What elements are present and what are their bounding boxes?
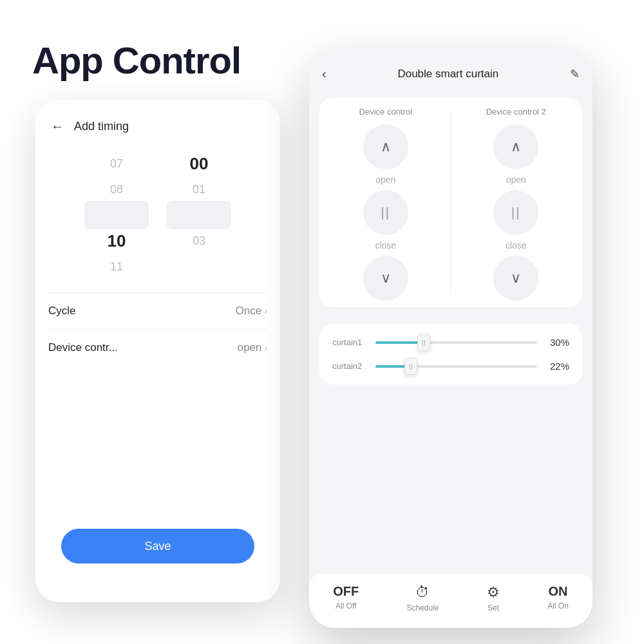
minute-00-selected[interactable]: 00 <box>160 151 238 176</box>
device1-close-button[interactable]: ∨ <box>363 256 408 301</box>
right-back-button[interactable]: ‹ <box>322 66 327 81</box>
hour-09[interactable]: 09 <box>78 202 155 228</box>
curtain2-thumb[interactable]: || <box>404 358 417 375</box>
device1-open-label: open <box>375 175 395 185</box>
device2-pause-button[interactable]: || <box>493 190 538 235</box>
up-arrow-icon-2: ∧ <box>511 138 521 155</box>
left-phone-header: ← Add timing <box>35 100 280 144</box>
device-control-2-label: Device control 2 <box>486 104 546 119</box>
hour-column[interactable]: 07 08 09 10 11 12 13 <box>78 151 155 279</box>
cycle-label: Cycle <box>48 305 76 317</box>
curtain2-track[interactable]: || <box>375 365 537 368</box>
control-divider <box>451 111 451 294</box>
device-control-row[interactable]: Device contr... open › <box>48 329 267 366</box>
settings-section: Cycle Once › Device contr... open › <box>35 292 280 366</box>
cycle-value: Once › <box>236 305 267 317</box>
device-control-value: open › <box>238 341 268 354</box>
curtain1-thumb[interactable]: || <box>417 334 430 351</box>
left-back-button[interactable]: ← <box>51 119 64 134</box>
all-off-button[interactable]: OFF All Off <box>333 584 359 612</box>
device1-open-button[interactable]: ∧ <box>363 124 408 169</box>
device1-close-label: close <box>375 240 396 251</box>
left-phone: ← Add timing 07 08 09 10 11 12 13 00 01 … <box>35 100 280 602</box>
hour-08[interactable]: 08 <box>78 176 155 202</box>
device2-close-button[interactable]: ∨ <box>493 256 538 301</box>
right-phone-title: Double smart curtain <box>397 68 498 80</box>
curtain2-slider-row: curtain2 || 22% <box>332 361 569 372</box>
set-label: Set <box>488 603 499 612</box>
pause-icon-2: || <box>511 205 520 220</box>
curtain1-slider-row: curtain1 || 30% <box>332 337 569 348</box>
device-control-2: Device control 2 ∧ open || close ∨ <box>457 104 576 301</box>
curtain2-label: curtain2 <box>332 361 368 371</box>
device2-open-label: open <box>506 175 526 185</box>
cycle-row[interactable]: Cycle Once › <box>48 292 267 329</box>
curtain1-value: 30% <box>545 337 569 348</box>
schedule-button[interactable]: ⏱ Schedule <box>406 584 439 612</box>
curtain1-fill <box>375 341 424 344</box>
time-picker: 07 08 09 10 11 12 13 00 01 02 03 <box>35 144 280 292</box>
left-phone-title: Add timing <box>74 120 129 133</box>
hour-07[interactable]: 07 <box>78 151 155 176</box>
device-control-label: Device contr... <box>48 341 118 354</box>
minute-02[interactable]: 02 <box>160 202 238 228</box>
device-controls-panel: Device control ∧ open || close ∨ Device … <box>319 98 582 307</box>
right-phone: ‹ Double smart curtain ✎ Device control … <box>309 48 592 628</box>
bottom-bar: OFF All Off ⏱ Schedule ⚙ Set ON All On <box>309 574 592 628</box>
minute-column[interactable]: 00 01 02 03 <box>160 151 238 279</box>
hour-10-selected[interactable]: 10 <box>78 228 155 254</box>
device2-open-button[interactable]: ∧ <box>493 124 538 169</box>
down-arrow-icon: ∨ <box>381 270 391 287</box>
minute-03[interactable]: 03 <box>160 228 238 254</box>
curtain2-value: 22% <box>545 361 569 372</box>
all-on-icon: ON <box>548 584 567 599</box>
device-control-1: Device control ∧ open || close ∨ <box>326 104 446 301</box>
pause-icon: || <box>381 205 390 220</box>
chevron-right-icon-2: › <box>264 343 267 353</box>
edit-button[interactable]: ✎ <box>570 67 580 81</box>
all-on-button[interactable]: ON All On <box>547 584 569 612</box>
device2-close-label: close <box>506 240 527 251</box>
all-off-label: All Off <box>336 601 356 611</box>
curtain1-track[interactable]: || <box>375 341 537 344</box>
schedule-icon: ⏱ <box>415 584 430 601</box>
save-button[interactable]: Save <box>61 529 254 564</box>
down-arrow-icon-2: ∨ <box>511 270 521 287</box>
hour-11[interactable]: 11 <box>78 254 155 279</box>
all-on-label: All On <box>547 601 569 611</box>
up-arrow-icon: ∧ <box>381 138 391 155</box>
set-button[interactable]: ⚙ Set <box>487 584 500 612</box>
schedule-label: Schedule <box>406 603 439 612</box>
save-button-label: Save <box>144 540 171 553</box>
minute-01[interactable]: 01 <box>160 176 238 202</box>
all-off-icon: OFF <box>333 584 359 599</box>
right-phone-header: ‹ Double smart curtain ✎ <box>309 48 592 91</box>
device-control-1-label: Device control <box>359 104 412 119</box>
sliders-area: curtain1 || 30% curtain2 || 22% <box>319 324 582 384</box>
device1-pause-button[interactable]: || <box>363 190 408 235</box>
chevron-right-icon: › <box>264 306 267 316</box>
set-icon: ⚙ <box>487 584 500 601</box>
page-title: App Control <box>32 39 241 82</box>
curtain1-label: curtain1 <box>332 337 368 347</box>
